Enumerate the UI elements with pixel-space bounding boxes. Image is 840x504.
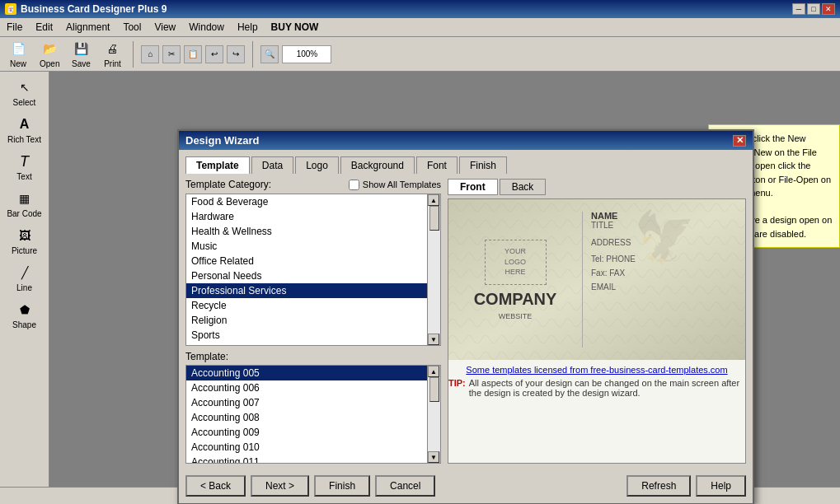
toolbar-zoom-icon[interactable]: 🔍 — [260, 45, 279, 63]
sidebar-item-richtext[interactable]: A Rich Text — [3, 112, 46, 147]
tab-font[interactable]: Font — [416, 156, 458, 174]
sidebar-item-line[interactable]: ╱ Line — [3, 260, 46, 296]
website: WEBSITE — [499, 312, 533, 320]
back-button[interactable]: < Back — [185, 475, 246, 497]
show-all-text: Show All Templates — [363, 180, 441, 189]
template-accounting008[interactable]: Accounting 008 — [186, 410, 427, 425]
toolbar-icon-1[interactable]: ⌂ — [141, 45, 159, 63]
menu-edit[interactable]: Edit — [32, 20, 56, 35]
toolbar-save-button[interactable]: 💾 Save — [68, 38, 94, 70]
category-list: Food & Beverage Hardware Health & Wellne… — [186, 194, 427, 345]
sidebar-item-picture[interactable]: 🖼 Picture — [3, 223, 46, 259]
card-title: TITLE — [591, 221, 737, 230]
tab-data[interactable]: Data — [251, 156, 293, 174]
scroll-up-btn[interactable]: ▲ — [428, 194, 439, 206]
finish-button[interactable]: Finish — [314, 475, 370, 497]
menu-window[interactable]: Window — [185, 20, 228, 35]
show-all-checkbox[interactable] — [349, 180, 359, 190]
category-scrollbar[interactable]: ▲ ▼ — [427, 194, 440, 345]
tel-value: PHONE — [606, 254, 636, 264]
template-scroll-down[interactable]: ▼ — [428, 451, 439, 463]
card-contact: Tel: PHONE Fax: FAX EMAIL — [591, 252, 737, 294]
tab-background[interactable]: Background — [340, 156, 415, 174]
scroll-thumb[interactable] — [429, 206, 439, 231]
category-trade[interactable]: Trade Services — [186, 343, 427, 345]
dialog-close-button[interactable]: ✕ — [733, 135, 746, 147]
template-category-header: Template Category: Show All Templates — [185, 179, 441, 190]
cancel-button[interactable]: Cancel — [375, 475, 435, 497]
template-accounting009[interactable]: Accounting 009 — [186, 425, 427, 440]
sidebar-item-select[interactable]: ↖ Select — [3, 75, 46, 110]
text-label: Text — [16, 172, 31, 181]
category-health[interactable]: Health & Wellness — [186, 224, 427, 239]
category-recycle[interactable]: Recycle — [186, 298, 427, 313]
dialog-body: Template Data Logo Background Font Finis… — [179, 150, 753, 470]
maximize-button[interactable]: □ — [807, 3, 820, 15]
template-list: Accounting 005 Accounting 006 Accounting… — [186, 366, 427, 463]
category-sports[interactable]: Sports — [186, 328, 427, 343]
template-scrollbar[interactable]: ▲ ▼ — [427, 366, 440, 463]
template-accounting011[interactable]: Accounting 011 — [186, 455, 427, 463]
tab-logo[interactable]: Logo — [295, 156, 339, 174]
preview-tab-back[interactable]: Back — [500, 179, 547, 195]
template-accounting005[interactable]: Accounting 005 — [186, 366, 427, 380]
menu-alignment[interactable]: Alignment — [63, 20, 113, 35]
sidebar-item-barcode[interactable]: ▦ Bar Code — [3, 186, 46, 222]
logo-placeholder: YOURLOGOHERE — [485, 240, 547, 285]
card-address: ADDRESS — [591, 238, 737, 247]
menu-buynow[interactable]: BUY NOW — [268, 20, 322, 35]
menu-tool[interactable]: Tool — [120, 20, 144, 35]
category-personal[interactable]: Personal Needs — [186, 268, 427, 283]
template-accounting007[interactable]: Accounting 007 — [186, 395, 427, 410]
template-accounting006[interactable]: Accounting 006 — [186, 380, 427, 395]
preview-tab-front[interactable]: Front — [448, 179, 498, 195]
category-office[interactable]: Office Related — [186, 254, 427, 268]
open-icon: 📂 — [40, 40, 59, 58]
toolbar-icon-2[interactable]: ✂ — [162, 45, 181, 63]
sidebar-item-text[interactable]: T Text — [3, 149, 46, 184]
menu-view[interactable]: View — [151, 20, 179, 35]
template-scroll-up[interactable]: ▲ — [428, 366, 439, 377]
menu-help[interactable]: Help — [234, 20, 261, 35]
tab-template[interactable]: Template — [185, 156, 250, 174]
toolbar-icon-3[interactable]: 📋 — [184, 45, 202, 63]
refresh-button[interactable]: Refresh — [626, 475, 691, 497]
next-button[interactable]: Next > — [251, 475, 309, 497]
toolbar-icon-4[interactable]: ↩ — [205, 45, 223, 63]
open-label: Open — [40, 59, 59, 68]
template-scroll-thumb[interactable] — [429, 377, 439, 402]
design-wizard-dialog: Design Wizard ✕ Template Data Logo Backg… — [177, 129, 754, 504]
picture-label: Picture — [12, 246, 37, 255]
select-label: Select — [13, 98, 36, 107]
picture-icon: 🖼 — [13, 226, 36, 245]
card-right-section: NAME TITLE ADDRESS Tel: PHONE Fax: FAX E… — [583, 199, 745, 360]
scroll-down-btn[interactable]: ▼ — [428, 334, 439, 345]
category-food[interactable]: Food & Beverage — [186, 194, 427, 209]
menu-file[interactable]: File — [3, 20, 26, 35]
tab-finish[interactable]: Finish — [459, 156, 507, 174]
help-button[interactable]: Help — [696, 475, 746, 497]
footer-left-buttons: < Back Next > Finish Cancel — [185, 475, 435, 497]
toolbar-open-button[interactable]: 📂 Open — [36, 38, 63, 70]
toolbar-new-button[interactable]: 📄 New — [5, 38, 31, 70]
toolbar-zoom-input[interactable]: 100% — [282, 45, 331, 63]
app-title: Business Card Designer Plus 9 — [21, 3, 167, 15]
close-button[interactable]: ✕ — [822, 3, 835, 15]
category-hardware[interactable]: Hardware — [186, 209, 427, 224]
card-bg: 🦅 YOURLOGOHERE COMPANY WEBSITE — [448, 199, 745, 360]
left-panel: Template Category: Show All Templates Fo… — [185, 179, 441, 464]
app-icon: 🃏 — [5, 3, 16, 15]
show-all-label[interactable]: Show All Templates — [349, 180, 441, 190]
category-religion[interactable]: Religion — [186, 313, 427, 328]
email-value: EMAIL — [591, 282, 616, 292]
category-professional[interactable]: Professional Services — [186, 283, 427, 298]
toolbar-icon-5[interactable]: ↪ — [227, 45, 245, 63]
scroll-track — [428, 206, 440, 334]
tip-link[interactable]: Some templates licensed from free-busine… — [466, 365, 727, 375]
toolbar-print-button[interactable]: 🖨 Print — [99, 38, 125, 70]
category-music[interactable]: Music — [186, 239, 427, 254]
minimize-button[interactable]: ─ — [792, 3, 805, 15]
sidebar-item-shape[interactable]: ⬟ Shape — [3, 297, 46, 333]
tip-text: All aspects of your design can be change… — [469, 378, 745, 398]
template-accounting010[interactable]: Accounting 010 — [186, 440, 427, 455]
